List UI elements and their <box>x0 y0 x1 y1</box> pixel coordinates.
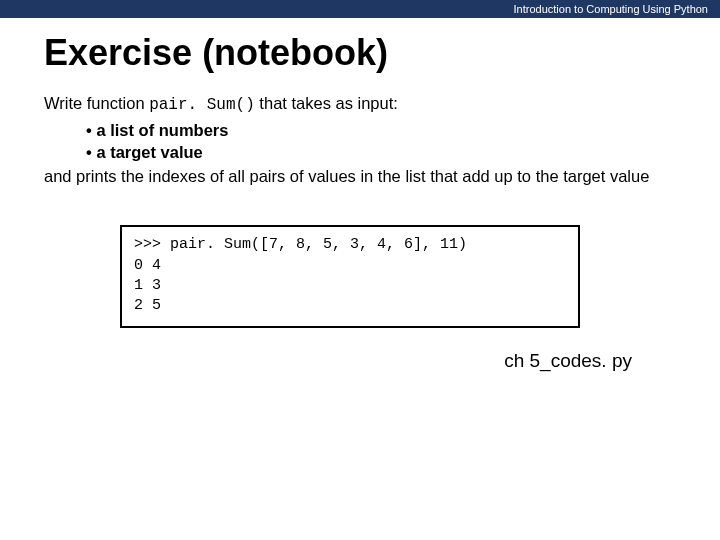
header-text: Introduction to Computing Using Python <box>514 3 708 15</box>
exercise-description: Write function pair. Sum() that takes as… <box>0 92 720 187</box>
code-block: >>> pair. Sum([7, 8, 5, 3, 4, 6], 11) 0 … <box>120 225 580 328</box>
list-item: a list of numbers <box>86 119 676 141</box>
intro-after: and prints the indexes of all pairs of v… <box>44 167 649 185</box>
bullet-list: a list of numbers a target value <box>44 119 676 164</box>
function-name: pair. Sum() <box>149 96 255 114</box>
list-item: a target value <box>86 141 676 163</box>
intro-post: that takes as input: <box>255 94 398 112</box>
file-reference: ch 5_codes. py <box>0 328 720 372</box>
intro-pre: Write function <box>44 94 149 112</box>
header-bar: Introduction to Computing Using Python <box>0 0 720 18</box>
page-title: Exercise (notebook) <box>0 18 720 92</box>
